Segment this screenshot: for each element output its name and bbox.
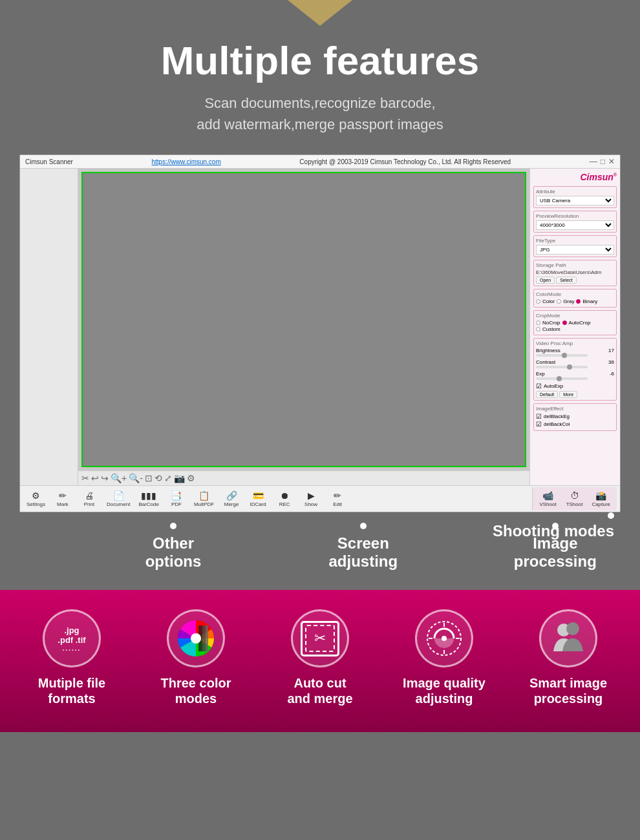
crop-icon[interactable]: ✂ [81, 473, 89, 483]
crop-mode-group: CropMode NoCrop AutoCrop Custom [533, 310, 617, 335]
shooting-modes-label: Shooting modes [493, 522, 614, 540]
toolbar-show-btn[interactable]: ▶ Show [299, 488, 323, 509]
open-button[interactable]: Open [536, 277, 555, 284]
color-radio[interactable] [536, 299, 540, 304]
feature-image-quality: Image quality adjusting [385, 609, 503, 706]
auto-exp-checkbox[interactable]: ☑ [536, 383, 542, 390]
multpdf-label: MultPDF [194, 501, 214, 507]
capture-label: Capture [592, 501, 610, 507]
brand-name: C [580, 172, 586, 182]
minimize-icon[interactable]: — [590, 157, 597, 166]
vshoot-btn[interactable]: 📹 VShoot [536, 488, 560, 509]
scissors-box: ✂ [301, 621, 339, 656]
del-black-label: delBlackEg [544, 414, 570, 419]
auto-exp-label: AutoExp [544, 383, 563, 389]
capture-btn[interactable]: 📸 Capture [589, 488, 613, 509]
expand-icon[interactable]: ⤢ [164, 473, 172, 483]
svg-rect-2 [202, 625, 206, 651]
color-mode-group: ColorMode Color Gray Binary [533, 289, 617, 308]
tshoot-btn[interactable]: ⏱ TShoot [562, 488, 587, 509]
window-controls[interactable]: — □ ✕ [590, 157, 615, 166]
select-button[interactable]: Select [556, 277, 576, 284]
file-type-select[interactable]: JPG [536, 245, 614, 255]
svg-point-4 [191, 633, 201, 644]
other-options-dot [170, 523, 176, 529]
toolbar-edit-btn[interactable]: ✏ Edit [325, 488, 350, 509]
pdf-label: PDF [171, 501, 182, 507]
svg-rect-3 [206, 625, 208, 651]
fit-icon[interactable]: ⊡ [145, 473, 153, 483]
zoom-out-icon[interactable]: 🔍- [129, 473, 143, 483]
header-section: Multiple features Scan documents,recogni… [0, 26, 640, 148]
right-toolbar-section: 📹 VShoot ⏱ TShoot 📸 Capture [532, 487, 617, 510]
video-proc-label: Video Proc Amp [536, 341, 614, 346]
feature-file-formats: .jpg .pdf .tif ...... Mutiple file forma… [13, 609, 131, 706]
smart-image-icon-circle [539, 609, 597, 667]
camera-icon[interactable]: 📷 [174, 473, 185, 483]
default-button[interactable]: Default [536, 391, 558, 398]
zoom-in-icon[interactable]: 🔍+ [111, 473, 127, 483]
exp-value: -6 [610, 371, 614, 377]
edit-icon: ✏ [334, 490, 341, 501]
color-wheel-svg [176, 619, 215, 658]
more-button[interactable]: More [559, 391, 577, 398]
image-quality-line1: Image quality [403, 676, 485, 690]
barcode-label: BarCode [138, 501, 159, 507]
undo-icon[interactable]: ↩ [91, 473, 99, 483]
feature-smart-image: Smart image processing [509, 609, 627, 706]
toolbar-rec-btn[interactable]: ⏺ REC [272, 488, 297, 509]
capture-icon: 📸 [595, 490, 606, 501]
toolbar-multpdf-btn[interactable]: 📋 MultPDF [191, 488, 217, 509]
screenshot-frame: Cimsun Scanner https://www.cimsun.com Co… [19, 154, 621, 512]
center-panel: ✂ ↩ ↪ 🔍+ 🔍- ⊡ ⟲ ⤢ 📷 ⚙ [78, 169, 529, 485]
preview-res-select[interactable]: 4000*3000 [536, 220, 614, 230]
ext-jpg: .jpg [64, 625, 79, 635]
auto-crop-radio[interactable] [562, 320, 567, 325]
del-black-checkbox[interactable]: ☑ [536, 413, 542, 420]
binary-radio[interactable] [576, 299, 581, 304]
gray-radio[interactable] [557, 299, 561, 304]
attribute-group: Attribute USB Camera [533, 186, 617, 208]
contrast-slider[interactable] [567, 364, 572, 370]
del-back-checkbox[interactable]: ☑ [536, 421, 542, 428]
storage-path-value: E:\360MoveData\Users\Adm [536, 269, 614, 275]
maximize-icon[interactable]: □ [601, 157, 605, 166]
exp-slider[interactable] [557, 376, 562, 381]
auto-cut-line2: and merge [287, 691, 352, 706]
color-modes-line1: Three color [161, 676, 231, 690]
toolbar-mark-btn[interactable]: ✏ Mark [50, 488, 75, 509]
features-section: .jpg .pdf .tif ...... Mutiple file forma… [0, 590, 640, 732]
mark-icon: ✏ [59, 490, 67, 501]
redo-icon[interactable]: ↪ [101, 473, 109, 483]
settings-icon: ⚙ [32, 490, 40, 501]
toolbar-barcode-btn[interactable]: ▮▮▮ BarCode [135, 488, 162, 509]
annotations-section: Shooting modes Other options Screen adju… [0, 512, 640, 590]
idcard-icon: 💳 [253, 490, 264, 501]
toolbar-idcard-btn[interactable]: 💳 IDCard [246, 488, 270, 509]
no-crop-label: NoCrop [542, 320, 560, 326]
toolbar-document-btn[interactable]: 📄 Document [103, 488, 133, 509]
attribute-select[interactable]: USB Camera [536, 196, 614, 205]
show-icon: ▶ [308, 490, 315, 501]
print-label: Print [84, 501, 94, 507]
custom-radio[interactable] [536, 327, 540, 331]
del-back-label: delBackCol [544, 421, 570, 427]
show-label: Show [304, 501, 317, 507]
toolbar-pdf-btn[interactable]: 📑 PDF [164, 488, 189, 509]
rotate-icon[interactable]: ⟲ [155, 473, 162, 483]
contrast-value: 36 [608, 359, 614, 365]
image-effect-label: ImageEffect [536, 406, 614, 412]
brightness-slider[interactable] [562, 353, 567, 358]
settings2-icon[interactable]: ⚙ [187, 473, 195, 483]
toolbar-settings-btn[interactable]: ⚙ Settings [23, 488, 48, 509]
no-crop-radio[interactable] [536, 320, 540, 325]
close-icon[interactable]: ✕ [608, 157, 615, 166]
toolbar-merge-btn[interactable]: 🔗 Merge [219, 488, 244, 509]
screen-adjusting-annotation: Screen adjusting [301, 523, 425, 571]
subtitle-line2: add watermark,merge passport images [197, 116, 443, 132]
website[interactable]: https://www.cimsun.com [152, 158, 221, 165]
exp-label: Exp [536, 371, 545, 377]
screenshot-wrapper: Cimsun Scanner https://www.cimsun.com Co… [0, 148, 640, 512]
preview-res-label: PreviewResolution [536, 213, 614, 219]
toolbar-print-btn[interactable]: 🖨 Print [77, 488, 101, 509]
